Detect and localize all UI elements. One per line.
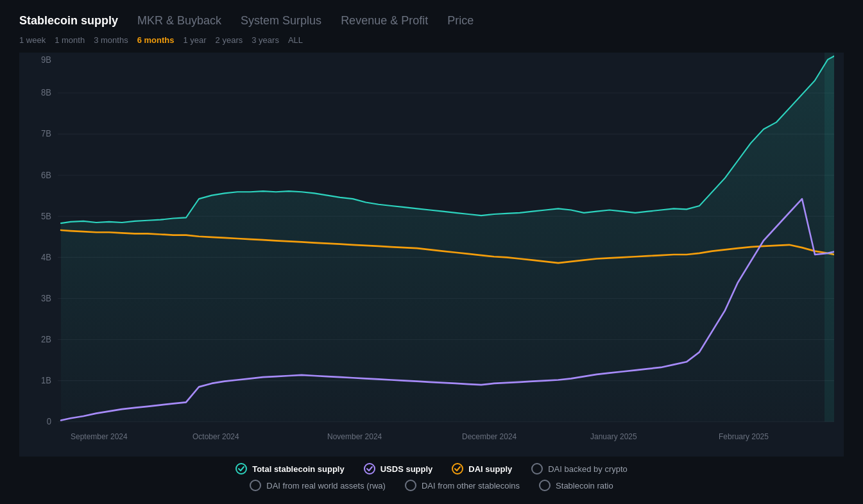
svg-point-29 xyxy=(364,464,375,474)
svg-point-30 xyxy=(452,464,463,474)
filter-3years[interactable]: 3 years xyxy=(252,35,279,45)
legend-icon-total-supply xyxy=(235,463,247,475)
svg-text:3B: 3B xyxy=(41,293,51,303)
svg-point-34 xyxy=(540,480,550,491)
svg-point-32 xyxy=(250,480,261,491)
legend-dai-rwa[interactable]: DAI from real world assets (rwa) xyxy=(250,480,386,491)
svg-text:4B: 4B xyxy=(41,252,51,262)
legend-row-2: DAI from real world assets (rwa) DAI fro… xyxy=(58,480,805,491)
legend-dai-stablecoins[interactable]: DAI from other stablecoins xyxy=(405,480,520,491)
svg-text:February 2025: February 2025 xyxy=(719,432,769,441)
chart-svg: 0 1B 2B 3B 4B 5B 6B 7B 8B 9B September 2… xyxy=(19,53,844,457)
svg-text:November 2024: November 2024 xyxy=(327,432,382,441)
tab-price[interactable]: Price xyxy=(447,13,474,29)
nav-tabs: Stablecoin supply MKR & Buyback System S… xyxy=(19,13,844,29)
filter-all[interactable]: ALL xyxy=(288,35,303,45)
legend-label-stablecoin-ratio: Stablecoin ratio xyxy=(556,481,613,491)
filter-1year[interactable]: 1 year xyxy=(183,35,206,45)
filter-1month[interactable]: 1 month xyxy=(55,35,85,45)
legend-icon-dai-supply xyxy=(452,463,463,475)
svg-text:January 2025: January 2025 xyxy=(590,432,637,441)
legend-usds-supply[interactable]: USDS supply xyxy=(364,463,433,475)
legend-icon-dai-crypto xyxy=(531,463,543,475)
svg-text:2B: 2B xyxy=(41,334,51,344)
filter-6months[interactable]: 6 months xyxy=(137,35,175,45)
svg-text:9B: 9B xyxy=(41,55,51,65)
legend-total-supply[interactable]: Total stablecoin supply xyxy=(235,463,345,475)
svg-text:September 2024: September 2024 xyxy=(71,432,128,441)
svg-text:December 2024: December 2024 xyxy=(462,432,517,441)
legend-label-dai-supply: DAI supply xyxy=(468,464,512,474)
svg-text:7B: 7B xyxy=(41,129,51,139)
legend: Total stablecoin supply USDS supply xyxy=(19,457,844,498)
tab-revenue-profit[interactable]: Revenue & Profit xyxy=(341,13,428,29)
svg-text:6B: 6B xyxy=(41,170,51,180)
svg-point-31 xyxy=(532,464,542,474)
svg-point-28 xyxy=(236,464,246,474)
legend-icon-dai-stablecoins xyxy=(405,480,416,491)
svg-text:8B: 8B xyxy=(41,88,51,98)
legend-icon-stablecoin-ratio xyxy=(539,480,551,491)
legend-label-dai-crypto: DAI backed by crypto xyxy=(548,464,628,474)
legend-label-dai-rwa: DAI from real world assets (rwa) xyxy=(266,481,386,491)
legend-stablecoin-ratio[interactable]: Stablecoin ratio xyxy=(539,480,613,491)
legend-row-1: Total stablecoin supply USDS supply xyxy=(58,463,805,475)
svg-text:0: 0 xyxy=(47,417,52,427)
tab-mkr-buyback[interactable]: MKR & Buyback xyxy=(137,13,221,29)
legend-label-dai-stablecoins: DAI from other stablecoins xyxy=(422,481,520,491)
tab-stablecoin-supply[interactable]: Stablecoin supply xyxy=(19,13,118,29)
filter-3months[interactable]: 3 months xyxy=(94,35,128,45)
svg-text:October 2024: October 2024 xyxy=(192,432,239,441)
legend-label-total-supply: Total stablecoin supply xyxy=(252,464,345,474)
svg-text:1B: 1B xyxy=(41,375,51,385)
chart-area: 0 1B 2B 3B 4B 5B 6B 7B 8B 9B September 2… xyxy=(19,53,844,457)
app-container: Stablecoin supply MKR & Buyback System S… xyxy=(0,0,863,504)
filter-2years[interactable]: 2 years xyxy=(216,35,243,45)
svg-rect-27 xyxy=(825,53,834,422)
legend-label-usds-supply: USDS supply xyxy=(380,464,433,474)
svg-point-33 xyxy=(406,480,416,491)
time-filters: 1 week 1 month 3 months 6 months 1 year … xyxy=(19,35,844,45)
legend-icon-usds-supply xyxy=(364,463,375,475)
legend-dai-crypto[interactable]: DAI backed by crypto xyxy=(531,463,628,475)
filter-1week[interactable]: 1 week xyxy=(19,35,46,45)
svg-text:5B: 5B xyxy=(41,211,51,221)
legend-dai-supply[interactable]: DAI supply xyxy=(452,463,512,475)
tab-system-surplus[interactable]: System Surplus xyxy=(241,13,321,29)
legend-icon-dai-rwa xyxy=(250,480,261,491)
